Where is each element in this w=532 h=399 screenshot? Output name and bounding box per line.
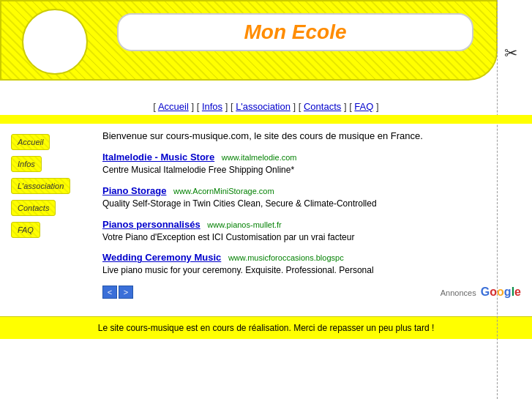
- ad-title-1[interactable]: Italmelodie - Music Store: [102, 152, 214, 163]
- nav-bar: [ Accueil ] [ Infos ] [ L'association ] …: [0, 95, 532, 115]
- sidebar-btn-association[interactable]: L'association: [11, 178, 70, 194]
- ad-url-3: www.pianos-mullet.fr: [207, 220, 281, 229]
- nav-sep-4: ] [: [344, 101, 354, 112]
- google-ads-label: Annonces Google: [441, 286, 521, 299]
- ad-desc-2: Quality Self-Storage in Twin Cities Clea…: [102, 198, 521, 210]
- nav-item-contacts[interactable]: Contacts: [304, 101, 341, 112]
- site-title: Mon Ecole: [244, 20, 346, 43]
- nav-item-accueil[interactable]: Accueil: [158, 101, 189, 112]
- logo-circle: [22, 9, 88, 75]
- content-area: Bienvenue sur cours-musique.com, le site…: [95, 127, 532, 309]
- dotted-vertical-line: [497, 0, 498, 399]
- ad-item-1: Italmelodie - Music Store www.italmelodi…: [102, 152, 521, 176]
- ad-desc-4: Live piano music for your ceremony. Exqu…: [102, 264, 521, 277]
- wavy-separator: [0, 115, 532, 124]
- sidebar-btn-accueil[interactable]: Accueil: [11, 134, 50, 150]
- nav-item-infos[interactable]: Infos: [202, 101, 222, 112]
- nav-sep-3: ] [: [293, 101, 304, 112]
- sidebar-btn-contacts[interactable]: Contacts: [11, 200, 56, 216]
- google-logo: Google: [481, 286, 521, 298]
- ad-item-4: Wedding Ceremony Music www.musicforoccas…: [102, 252, 521, 277]
- pagination-row: < > Annonces Google: [102, 286, 521, 299]
- prev-page-button[interactable]: <: [102, 286, 117, 299]
- nav-bracket-close: ]: [376, 101, 379, 112]
- title-box: Mon Ecole: [117, 13, 473, 51]
- ad-item-2: Piano Storage www.AcornMiniStorage.com Q…: [102, 185, 521, 210]
- nav-sep-2: ] [: [225, 101, 236, 112]
- sidebar-btn-infos[interactable]: Infos: [11, 156, 42, 172]
- ad-title-4[interactable]: Wedding Ceremony Music: [102, 252, 221, 263]
- ad-item-3: Pianos personnalisés www.pianos-mullet.f…: [102, 219, 521, 244]
- nav-sep-1: ] [: [191, 101, 201, 112]
- header: Mon Ecole ✂: [0, 0, 532, 95]
- annonces-label: Annonces: [441, 288, 476, 297]
- footer: Le site cours-musique est en cours de ré…: [0, 316, 532, 339]
- ad-title-3[interactable]: Pianos personnalisés: [102, 219, 201, 230]
- footer-text: Le site cours-musique est en cours de ré…: [98, 323, 435, 333]
- nav-item-association[interactable]: L'association: [236, 101, 291, 112]
- ad-url-1: www.italmelodie.com: [222, 153, 297, 162]
- ad-title-2[interactable]: Piano Storage: [102, 185, 166, 196]
- ad-url-4: www.musicforoccasions.blogspc: [228, 253, 344, 262]
- sidebar-btn-faq[interactable]: FAQ: [11, 222, 40, 238]
- main-layout: Accueil Infos L'association Contacts FAQ…: [0, 127, 532, 309]
- ad-url-2: www.AcornMiniStorage.com: [173, 187, 274, 195]
- scissors-icon: ✂: [504, 44, 517, 63]
- next-page-button[interactable]: >: [119, 286, 133, 299]
- ad-desc-1: Centre Musical Italmelodie Free Shipping…: [102, 164, 521, 176]
- nav-item-faq[interactable]: FAQ: [354, 101, 373, 112]
- sidebar: Accueil Infos L'association Contacts FAQ: [0, 127, 95, 309]
- ad-desc-3: Votre Piano d'Exception est ICI Customis…: [102, 231, 521, 244]
- welcome-text: Bienvenue sur cours-musique.com, le site…: [102, 130, 521, 141]
